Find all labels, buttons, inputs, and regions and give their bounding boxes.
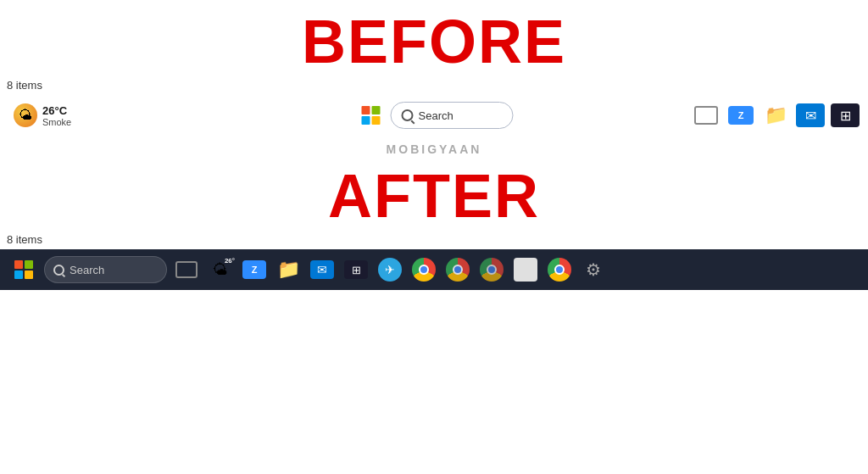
before-section: BEFORE 8 items 🌤 26°C Smoke (0, 0, 868, 136)
search-bar-after[interactable]: Search (44, 256, 167, 283)
taskbar-before: 🌤 26°C Smoke Search (0, 95, 868, 136)
blank-icon[interactable] (509, 254, 542, 286)
file-manager-icon-before[interactable]: 📁 (760, 99, 792, 131)
file-manager-icon-after[interactable]: 📁 (272, 254, 304, 286)
zoom-icon-after[interactable]: Z (238, 254, 270, 286)
weather-icon: 🌤 (14, 103, 37, 127)
chrome-icon-1[interactable] (408, 254, 440, 286)
taskbar-center-before: Search (355, 95, 514, 136)
virtual-desktop-icon-before[interactable] (690, 99, 722, 131)
zoom-icon-before[interactable]: Z (725, 99, 757, 131)
search-label-after: Search (70, 264, 104, 276)
after-section: AFTER 8 items Search 🌤 26° (0, 163, 868, 290)
windows-button-after[interactable] (7, 253, 41, 287)
watermark: MOBIGYAAN (0, 136, 868, 163)
before-items-count: 8 items (0, 75, 868, 95)
after-items-count: 8 items (0, 230, 868, 249)
search-icon-before (402, 109, 414, 121)
weather-icon-after[interactable]: 🌤 26° (204, 254, 236, 286)
calculator-icon-before[interactable]: ⊞ (829, 99, 861, 131)
mail-icon-before[interactable]: ✉ (794, 99, 826, 131)
mail-icon-after[interactable]: ✉ (306, 254, 338, 286)
windows-logo-after (14, 260, 33, 279)
search-icon-after (53, 265, 64, 276)
chrome-icon-4[interactable] (543, 254, 576, 286)
after-label: AFTER (0, 163, 868, 230)
virtual-desktop-icon-after[interactable] (170, 254, 203, 286)
calculator-icon-after[interactable]: ⊞ (340, 254, 372, 286)
before-label: BEFORE (0, 0, 868, 75)
search-label-before: Search (419, 109, 453, 122)
telegram-icon-after[interactable]: ✈ (374, 254, 406, 286)
weather-temp-after: 26° (225, 257, 235, 265)
windows-button-before[interactable] (355, 99, 387, 131)
taskbar-after: Search 🌤 26° Z 📁 ✉ ⊞ ✈ (0, 249, 868, 290)
taskbar-right-before: Z 📁 ✉ ⊞ (690, 95, 861, 136)
chrome-icon-2[interactable] (442, 254, 474, 286)
settings-icon-after[interactable]: ⚙ (577, 254, 609, 286)
gear-icon: ⚙ (586, 259, 601, 280)
search-bar-before[interactable]: Search (391, 102, 514, 129)
chrome-icon-3[interactable] (476, 254, 508, 286)
weather-desc: Smoke (42, 117, 71, 127)
windows-logo (362, 106, 381, 125)
weather-temp: 26°C (42, 104, 71, 117)
